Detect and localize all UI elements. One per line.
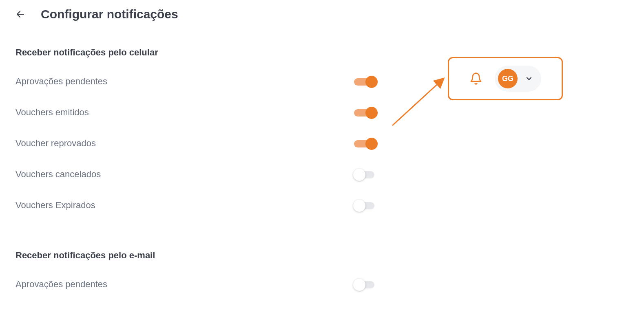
arrow-left-icon <box>15 9 25 19</box>
notifications-bell-button[interactable] <box>469 72 482 85</box>
profile-menu-button[interactable]: GG <box>495 66 541 92</box>
toggle-mobile-vouchers-cancelados[interactable] <box>354 169 376 180</box>
setting-row-mobile-1: Vouchers emitidos <box>15 107 376 118</box>
annotation-arrow-icon <box>387 73 453 130</box>
setting-row-email-0: Aprovações pendentes <box>15 279 376 290</box>
back-button[interactable] <box>15 9 25 19</box>
svg-line-1 <box>392 80 442 125</box>
setting-label: Aprovações pendentes <box>15 279 107 290</box>
toggle-mobile-aprovacoes-pendentes[interactable] <box>354 76 376 87</box>
page-title: Configurar notificações <box>41 7 178 21</box>
setting-label: Aprovações pendentes <box>15 76 107 87</box>
toggle-mobile-vouchers-expirados[interactable] <box>354 200 376 211</box>
bell-icon <box>469 72 482 85</box>
setting-label: Vouchers Expirados <box>15 200 95 211</box>
setting-row-mobile-3: Vouchers cancelados <box>15 169 376 180</box>
setting-row-mobile-0: Aprovações pendentes <box>15 76 376 87</box>
section-heading-mobile: Receber notificações pelo celular <box>15 47 376 58</box>
page-header: Configurar notificações <box>0 0 644 21</box>
annotation-callout: GG <box>448 57 563 100</box>
section-heading-email: Receber notificações pelo e-mail <box>15 250 376 261</box>
setting-label: Voucher reprovados <box>15 138 96 149</box>
settings-content: Receber notificações pelo celular Aprova… <box>0 21 392 290</box>
chevron-down-icon <box>525 75 533 83</box>
toggle-mobile-vouchers-emitidos[interactable] <box>354 107 376 118</box>
avatar: GG <box>498 69 518 88</box>
setting-row-mobile-2: Voucher reprovados <box>15 138 376 149</box>
setting-label: Vouchers emitidos <box>15 107 89 118</box>
setting-row-mobile-4: Vouchers Expirados <box>15 200 376 211</box>
toggle-mobile-voucher-reprovados[interactable] <box>354 138 376 149</box>
toggle-email-aprovacoes-pendentes[interactable] <box>354 279 376 290</box>
setting-label: Vouchers cancelados <box>15 169 101 180</box>
